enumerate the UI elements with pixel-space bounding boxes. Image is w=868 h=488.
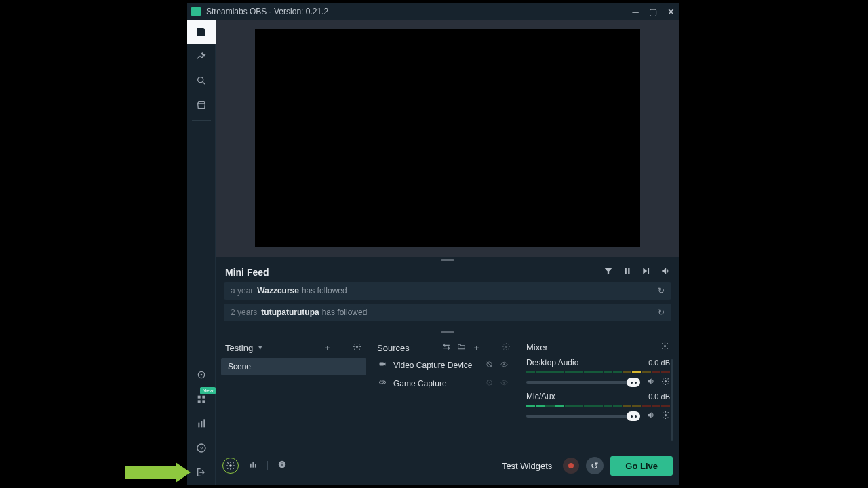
sidebar-apps[interactable] [187, 387, 216, 411]
skip-icon[interactable] [642, 266, 651, 278]
lock-icon[interactable] [486, 379, 495, 388]
feed-user: tutupaturutupa [261, 308, 319, 317]
sidebar-store[interactable] [187, 93, 216, 117]
maximize-icon[interactable]: ▢ [648, 7, 658, 17]
channel-settings-icon[interactable] [660, 377, 670, 388]
svg-point-22 [663, 345, 665, 347]
bottom-panels: Testing ▼ ＋ − Scene Sources [216, 335, 679, 451]
sidebar-search[interactable] [187, 68, 216, 93]
eye-icon[interactable] [500, 379, 510, 388]
info-icon[interactable] [277, 460, 287, 472]
feed-user: Wazzcurse [257, 286, 299, 296]
mixer-panel: Mixer Desktop Audio 0.0 dB [521, 339, 675, 447]
replay-icon[interactable]: ↻ [658, 286, 665, 296]
caret-down-icon: ▼ [257, 344, 263, 351]
feed-action: has followed [302, 286, 347, 296]
mixer-title: Mixer [526, 342, 548, 352]
source-transition-icon[interactable] [441, 342, 452, 353]
svg-rect-27 [252, 462, 254, 468]
svg-point-31 [281, 462, 282, 462]
source-label: Game Capture [393, 379, 480, 388]
preview-area [216, 20, 679, 257]
remove-source-icon[interactable]: − [486, 343, 496, 353]
app-logo-icon [191, 7, 201, 16]
preview-canvas[interactable] [255, 29, 640, 247]
collection-label: Testing [225, 343, 253, 353]
test-widgets-button[interactable]: Test Widgets [502, 461, 552, 471]
add-source-icon[interactable]: ＋ [471, 342, 481, 354]
mini-feed: Mini Feed a year Wazzcurse has followed … [216, 262, 679, 329]
filter-icon[interactable] [604, 266, 613, 278]
feed-row: 2 years tutupaturutupa has followed ↻ [224, 304, 671, 321]
volume-icon[interactable] [660, 266, 670, 278]
main-content: Mini Feed a year Wazzcurse has followed … [216, 20, 679, 485]
mini-feed-title: Mini Feed [225, 267, 604, 278]
source-item[interactable]: Game Capture [373, 375, 515, 392]
channel-db: 0.0 dB [648, 392, 670, 401]
stats-icon[interactable] [248, 460, 258, 472]
svg-point-0 [197, 77, 203, 83]
feed-action: has followed [322, 308, 368, 317]
source-settings-icon[interactable] [500, 342, 511, 353]
svg-rect-3 [197, 396, 200, 399]
feed-time: a year [231, 286, 253, 296]
annotation-arrow [125, 462, 191, 483]
scene-settings-icon[interactable] [351, 342, 362, 353]
svg-rect-26 [250, 464, 252, 468]
record-button[interactable] [563, 458, 579, 474]
audio-meter [526, 370, 670, 374]
bottom-bar: Test Widgets ↺ Go Live [216, 451, 679, 480]
svg-point-15 [355, 346, 357, 348]
svg-rect-28 [255, 464, 256, 468]
mute-icon[interactable] [646, 377, 655, 388]
source-folder-icon[interactable] [456, 342, 467, 353]
mixer-channel: Desktop Audio 0.0 dB [526, 358, 670, 388]
svg-rect-6 [202, 400, 205, 403]
sidebar-stats[interactable] [187, 411, 216, 436]
close-icon[interactable]: ✕ [666, 7, 675, 17]
svg-point-23 [664, 380, 666, 382]
scene-collection-select[interactable]: Testing ▼ [225, 343, 263, 353]
volume-slider[interactable] [526, 415, 640, 418]
go-live-button[interactable]: Go Live [610, 456, 673, 476]
minimize-icon[interactable]: ─ [631, 7, 640, 17]
mixer-settings-icon[interactable] [659, 342, 670, 352]
sidebar-help[interactable]: ? [187, 436, 216, 460]
sidebar-logout[interactable] [187, 460, 216, 485]
svg-point-2 [200, 374, 202, 376]
feed-row: a year Wazzcurse has followed ↻ [224, 282, 671, 300]
sidebar-themes[interactable] [187, 44, 216, 68]
volume-slider[interactable] [526, 381, 640, 384]
settings-button[interactable] [222, 458, 239, 474]
sidebar-editor[interactable] [187, 20, 216, 44]
sources-title: Sources [377, 343, 410, 353]
svg-rect-13 [628, 268, 629, 274]
separator [267, 461, 268, 470]
add-scene-icon[interactable]: ＋ [321, 342, 332, 354]
svg-text:?: ? [199, 445, 203, 451]
lock-icon[interactable] [486, 361, 495, 370]
mute-icon[interactable] [646, 411, 655, 422]
pause-icon[interactable] [623, 266, 632, 278]
feed-time: 2 years [231, 308, 257, 317]
svg-rect-8 [201, 421, 202, 427]
camera-icon [378, 360, 388, 370]
app-window: Streamlabs OBS - Version: 0.21.2 ─ ▢ ✕ [187, 3, 679, 485]
eye-icon[interactable] [500, 361, 510, 370]
sidebar-notifications[interactable] [187, 363, 216, 387]
mixer-channel: Mic/Aux 0.0 dB [526, 392, 670, 422]
drag-handle-2[interactable] [216, 329, 679, 335]
svg-point-16 [505, 346, 507, 348]
source-item[interactable]: Video Capture Device [373, 357, 515, 373]
replay-icon[interactable]: ↻ [658, 308, 665, 317]
svg-rect-14 [648, 268, 649, 274]
sources-panel: Sources ＋ − Video Capture Device [372, 339, 517, 447]
replay-buffer-button[interactable]: ↺ [586, 457, 604, 474]
svg-rect-7 [198, 423, 199, 428]
window-title: Streamlabs OBS - Version: 0.21.2 [206, 7, 631, 16]
scene-item[interactable]: Scene [221, 358, 366, 375]
scrollbar[interactable] [671, 359, 673, 441]
channel-settings-icon[interactable] [660, 411, 670, 422]
drag-handle-1[interactable] [216, 257, 679, 262]
remove-scene-icon[interactable]: − [336, 343, 347, 353]
